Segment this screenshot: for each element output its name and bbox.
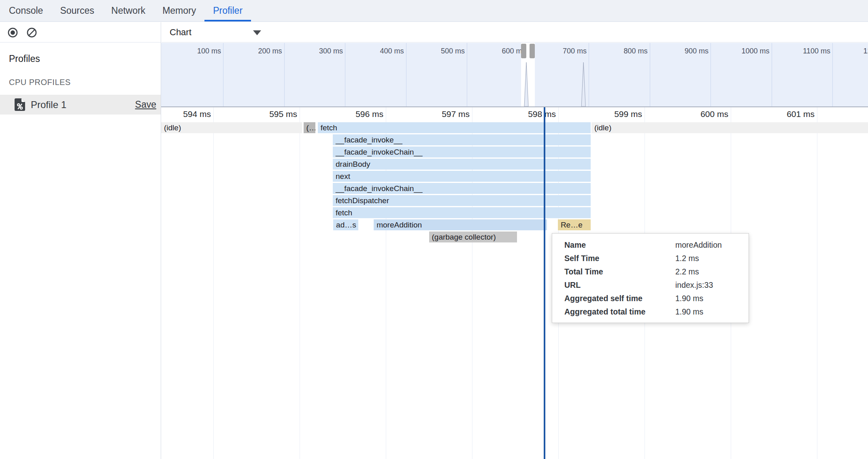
tooltip-label: Aggregated self time [564, 294, 642, 303]
ruler-tick-label: 600 ms [680, 109, 728, 119]
frame-tooltip: NamemoreAdditionSelf Time1.2 msTotal Tim… [552, 233, 749, 323]
flame-frame-moreaddition[interactable]: moreAddition [374, 219, 547, 230]
flame-frame-facade-invoke[interactable]: __facade_invoke__ [333, 134, 591, 145]
view-mode-value: Chart [170, 22, 191, 42]
tooltip-row: Self Time1.2 ms [552, 252, 749, 265]
record-icon[interactable] [7, 27, 18, 38]
flame-frame-facade-invokechain[interactable]: __facade_invokeChain__ [333, 147, 591, 157]
tooltip-label: Self Time [564, 254, 599, 263]
ruler-tick-label: 598 ms [507, 109, 556, 119]
view-toolbar: Chart [162, 22, 868, 42]
tooltip-row: URLindex.js:33 [552, 278, 749, 292]
tooltip-value: moreAddition [675, 238, 722, 252]
tooltip-value: 1.90 ms [675, 305, 703, 319]
ruler-tick-label: 594 ms [162, 109, 211, 119]
flame-frame-fetch[interactable]: fetch [333, 207, 591, 218]
profiles-sidebar: Profiles CPU PROFILES Profile 1 Save [0, 22, 161, 459]
ruler-tick-label: 599 ms [594, 109, 642, 119]
playhead-line[interactable] [544, 107, 545, 459]
tooltip-label: Total Time [564, 267, 603, 276]
flame-frame-fetch[interactable]: fetch [318, 122, 591, 133]
profile-percent-file-icon [15, 98, 26, 113]
ruler-tick-label: 601 ms [766, 109, 815, 119]
ruler-tick-label: 596 ms [335, 109, 383, 119]
tooltip-row: NamemoreAddition [552, 238, 749, 252]
cpu-profiles-section-label: CPU PROFILES [9, 78, 71, 87]
flame-frame-fetchdispatcher[interactable]: fetchDispatcher [333, 195, 591, 206]
overview-activity-spikes [161, 43, 868, 106]
save-profile-link[interactable]: Save [135, 95, 156, 115]
tooltip-row: Total Time2.2 ms [552, 265, 749, 278]
flame-frame-drainbody[interactable]: drainBody [333, 159, 591, 170]
flame-frame-ad-s[interactable]: ad…s [333, 219, 358, 230]
tooltip-value: 2.2 ms [675, 265, 699, 278]
selection-right-handle[interactable] [530, 44, 535, 58]
ruler-tick-label: 597 ms [421, 109, 470, 119]
dropdown-caret-icon [253, 30, 261, 35]
profile-list-item[interactable]: Profile 1 Save [0, 95, 161, 115]
tooltip-row: Aggregated self time1.90 ms [552, 292, 749, 305]
tooltip-row: Aggregated total time1.90 ms [552, 305, 749, 319]
tooltip-label: URL [564, 280, 581, 289]
selection-left-handle[interactable] [521, 44, 526, 58]
tooltip-label: Aggregated total time [564, 307, 645, 316]
profiler-toolbar [0, 22, 161, 42]
flame-frame-[interactable]: (… [304, 122, 316, 133]
tab-sources[interactable]: Sources [51, 0, 102, 21]
tooltip-value: 1.90 ms [675, 292, 703, 305]
flame-gridline [300, 107, 300, 459]
ruler-tick-label: 595 ms [249, 109, 297, 119]
flame-frame-idle[interactable]: (idle) [161, 122, 302, 133]
clear-icon[interactable] [26, 27, 37, 38]
flame-gridline [817, 107, 817, 459]
flame-chart[interactable]: 594 ms595 ms596 ms597 ms598 ms599 ms600 … [161, 107, 868, 459]
profiles-heading: Profiles [9, 53, 40, 64]
timeline-overview[interactable]: 100 ms200 ms300 ms400 ms500 ms600 ms700 … [161, 43, 868, 107]
flame-frame-garbage-collector[interactable]: (garbage collector) [429, 232, 517, 242]
tab-console[interactable]: Console [0, 0, 51, 21]
devtools-profiler-panel: ConsoleSourcesNetworkMemoryProfiler Prof… [0, 0, 868, 459]
flame-frame-idle[interactable]: (idle) [591, 122, 868, 133]
devtools-tab-bar: ConsoleSourcesNetworkMemoryProfiler [0, 0, 868, 22]
tooltip-label: Name [564, 240, 586, 249]
profile-name: Profile 1 [31, 95, 66, 115]
view-mode-select[interactable]: Chart [162, 22, 275, 42]
flame-frame-next[interactable]: next [333, 171, 591, 182]
flame-frame-re-e[interactable]: Re…e [558, 219, 591, 230]
tab-profiler[interactable]: Profiler [204, 0, 251, 21]
tooltip-value: 1.2 ms [675, 252, 699, 265]
flame-frame-facade-invokechain[interactable]: __facade_invokeChain__ [333, 183, 591, 194]
tab-memory[interactable]: Memory [154, 0, 204, 21]
flame-gridline [213, 107, 214, 459]
tab-network[interactable]: Network [103, 0, 154, 21]
tooltip-value: index.js:33 [675, 278, 713, 292]
